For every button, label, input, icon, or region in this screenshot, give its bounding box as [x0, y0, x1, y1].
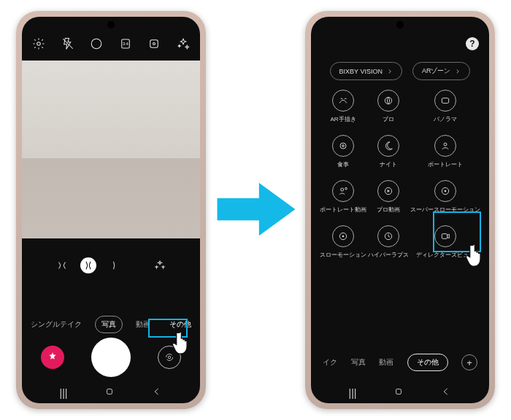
- mode-night[interactable]: ナイト: [366, 135, 410, 168]
- more-modes-grid: AR手描き プロ パノラマ 食事 ナイト ポートレート: [320, 90, 480, 259]
- android-navbar: |||: [22, 383, 200, 403]
- svg-rect-21: [442, 234, 447, 239]
- switch-camera-button[interactable]: [158, 346, 181, 369]
- mode-directors-view[interactable]: ディレクターズビュー: [410, 225, 480, 259]
- slomo-icon: [332, 225, 354, 247]
- camera-viewfinder[interactable]: [22, 61, 200, 238]
- portrait-icon: [434, 135, 456, 157]
- portrait-video-icon: [332, 180, 354, 202]
- chevron-right-icon: [387, 69, 393, 74]
- mode-more[interactable]: その他: [407, 354, 448, 371]
- svg-point-6: [153, 43, 155, 45]
- feature-pill-row: BIXBY VISION ARゾーン: [311, 62, 489, 80]
- super-slomo-icon: [434, 180, 456, 202]
- zoom-ultrawide-icon[interactable]: [55, 259, 69, 272]
- svg-rect-8: [107, 389, 112, 394]
- directors-view-icon: [434, 225, 456, 247]
- svg-rect-22: [396, 389, 402, 394]
- android-navbar: |||: [311, 383, 489, 403]
- nav-back-icon[interactable]: [441, 386, 451, 400]
- mode-panorama[interactable]: パノラマ: [410, 90, 480, 123]
- chevron-right-icon: [455, 69, 461, 74]
- panorama-icon: [434, 90, 456, 112]
- add-mode-button[interactable]: +: [461, 354, 477, 370]
- shutter-row: [22, 336, 200, 378]
- svg-point-10: [340, 143, 346, 149]
- mode-pro-video[interactable]: プロ動画: [366, 180, 410, 214]
- mode-food[interactable]: 食事: [320, 135, 366, 168]
- gallery-thumbnail[interactable]: [41, 346, 64, 369]
- camera-notch: [396, 21, 404, 28]
- help-icon[interactable]: ?: [466, 37, 479, 50]
- phone-frame-left: 3:4 シングルテイク 写真 動画 その他: [16, 11, 206, 409]
- svg-point-0: [37, 42, 41, 46]
- filter-icon[interactable]: [153, 259, 166, 272]
- svg-text:3:4: 3:4: [123, 42, 128, 46]
- svg-point-7: [168, 356, 171, 359]
- aspect-ratio-icon[interactable]: 3:4: [119, 37, 132, 50]
- shutter-button[interactable]: [91, 338, 131, 377]
- ar-doodle-icon: [332, 90, 354, 112]
- mode-slomo[interactable]: スローモーション: [320, 225, 366, 259]
- ar-zone-button[interactable]: ARゾーン: [412, 62, 471, 80]
- zoom-wide-icon[interactable]: [80, 257, 96, 273]
- camera-mode-row: イク 写真 動画 その他 +: [311, 354, 489, 371]
- hyperlapse-icon: [377, 225, 399, 247]
- bixby-vision-button[interactable]: BIXBY VISION: [330, 62, 402, 80]
- svg-point-19: [342, 236, 345, 238]
- phone-frame-right: ? BIXBY VISION ARゾーン AR手描き プロ: [305, 11, 495, 409]
- svg-point-2: [91, 39, 101, 49]
- mode-portrait[interactable]: ポートレート: [410, 135, 480, 168]
- svg-point-9: [385, 97, 391, 104]
- motion-off-icon[interactable]: [90, 37, 103, 50]
- nav-recent-icon[interactable]: |||: [60, 387, 68, 399]
- pro-video-icon: [377, 180, 399, 202]
- mode-photo[interactable]: 写真: [351, 357, 366, 368]
- mode-more[interactable]: その他: [164, 316, 197, 332]
- camera-mode-row: シングルテイク 写真 動画 その他: [22, 316, 200, 333]
- mode-single-take-cut[interactable]: イク: [323, 357, 337, 368]
- motion-photo-icon[interactable]: [147, 37, 161, 50]
- svg-point-11: [342, 145, 345, 147]
- flash-off-icon[interactable]: [61, 37, 74, 50]
- svg-point-13: [341, 188, 344, 191]
- mode-single-take[interactable]: シングルテイク: [25, 316, 88, 332]
- mode-super-slomo[interactable]: スーパースローモーション: [410, 180, 480, 214]
- camera-notch: [107, 21, 115, 28]
- transition-arrow-icon: [214, 179, 299, 240]
- svg-point-12: [444, 143, 447, 146]
- zoom-tele-icon[interactable]: [108, 259, 121, 272]
- mode-video[interactable]: 動画: [379, 357, 393, 368]
- mode-pro[interactable]: プロ: [366, 90, 410, 123]
- svg-point-14: [345, 187, 347, 190]
- food-icon: [332, 135, 354, 157]
- nav-home-icon[interactable]: [104, 386, 115, 400]
- mode-hyperlapse[interactable]: ハイパーラプス: [366, 225, 410, 259]
- mode-ar-doodle[interactable]: AR手描き: [320, 90, 366, 123]
- camera-top-toolbar: 3:4: [22, 37, 200, 50]
- mode-photo[interactable]: 写真: [95, 316, 123, 333]
- mode-video[interactable]: 動画: [130, 316, 156, 332]
- screen-left: 3:4 シングルテイク 写真 動画 その他: [22, 17, 200, 403]
- settings-icon[interactable]: [32, 37, 45, 50]
- svg-point-17: [445, 190, 447, 192]
- filters-icon[interactable]: [177, 37, 190, 50]
- bixby-vision-label: BIXBY VISION: [339, 68, 383, 75]
- mode-portrait-video[interactable]: ポートレート動画: [320, 180, 366, 214]
- svg-rect-5: [150, 40, 158, 48]
- top-right-area: ?: [466, 37, 479, 50]
- pro-icon: [377, 90, 399, 112]
- nav-home-icon[interactable]: [393, 386, 404, 400]
- ar-zone-label: ARゾーン: [422, 66, 451, 76]
- nav-recent-icon[interactable]: |||: [349, 387, 357, 399]
- screen-right: ? BIXBY VISION ARゾーン AR手描き プロ: [311, 17, 489, 403]
- zoom-row: [22, 257, 200, 273]
- nav-back-icon[interactable]: [152, 386, 162, 400]
- night-icon: [377, 135, 399, 157]
